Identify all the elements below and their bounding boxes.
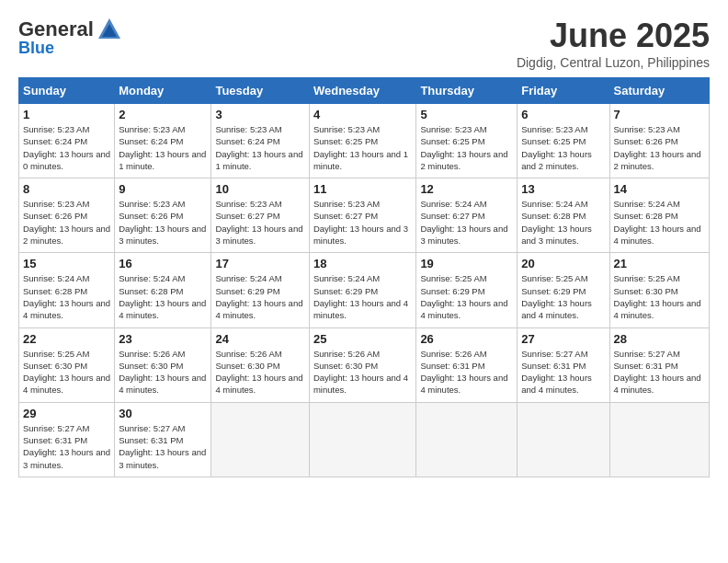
table-row: 7 Sunrise: 5:23 AM Sunset: 6:26 PM Dayli… [609, 104, 709, 178]
calendar: Sunday Monday Tuesday Wednesday Thursday… [18, 77, 710, 477]
table-row: 25 Sunrise: 5:26 AM Sunset: 6:30 PM Dayl… [309, 327, 415, 402]
cell-date: 10 [215, 182, 305, 196]
cell-date: 20 [521, 257, 605, 270]
table-row: 18 Sunrise: 5:24 AM Sunset: 6:29 PM Dayl… [309, 253, 415, 327]
cell-date: 16 [119, 257, 207, 270]
cell-info: Sunrise: 5:23 AM Sunset: 6:25 PM Dayligh… [521, 124, 592, 171]
cell-info: Sunrise: 5:23 AM Sunset: 6:27 PM Dayligh… [215, 199, 302, 246]
cell-date: 27 [521, 332, 605, 346]
cell-info: Sunrise: 5:26 AM Sunset: 6:30 PM Dayligh… [215, 349, 302, 396]
table-row: 8 Sunrise: 5:23 AM Sunset: 6:26 PM Dayli… [19, 178, 115, 253]
table-row: 24 Sunrise: 5:26 AM Sunset: 6:30 PM Dayl… [211, 327, 310, 402]
table-row [416, 402, 518, 477]
cell-info: Sunrise: 5:26 AM Sunset: 6:30 PM Dayligh… [119, 349, 206, 396]
cell-date: 28 [614, 332, 705, 346]
cell-info: Sunrise: 5:24 AM Sunset: 6:28 PM Dayligh… [614, 199, 701, 246]
table-row: 28 Sunrise: 5:27 AM Sunset: 6:31 PM Dayl… [609, 327, 709, 402]
table-row: 9 Sunrise: 5:23 AM Sunset: 6:26 PM Dayli… [115, 178, 211, 253]
table-row: 1 Sunrise: 5:23 AM Sunset: 6:24 PM Dayli… [19, 104, 115, 178]
cell-info: Sunrise: 5:26 AM Sunset: 6:31 PM Dayligh… [420, 349, 507, 396]
cell-info: Sunrise: 5:23 AM Sunset: 6:27 PM Dayligh… [313, 199, 408, 246]
cell-date: 24 [215, 332, 305, 346]
cell-info: Sunrise: 5:26 AM Sunset: 6:30 PM Dayligh… [313, 349, 408, 396]
table-row: 6 Sunrise: 5:23 AM Sunset: 6:25 PM Dayli… [518, 104, 609, 178]
cell-date: 2 [119, 108, 207, 121]
cell-date: 4 [313, 108, 412, 121]
table-row: 20 Sunrise: 5:25 AM Sunset: 6:29 PM Dayl… [518, 253, 609, 327]
calendar-body: 1 Sunrise: 5:23 AM Sunset: 6:24 PM Dayli… [19, 104, 710, 477]
logo-area: General Blue [18, 17, 122, 58]
table-row: 17 Sunrise: 5:24 AM Sunset: 6:29 PM Dayl… [211, 253, 310, 327]
calendar-week-row: 22 Sunrise: 5:25 AM Sunset: 6:30 PM Dayl… [19, 327, 710, 402]
table-row: 4 Sunrise: 5:23 AM Sunset: 6:25 PM Dayli… [309, 104, 415, 178]
cell-info: Sunrise: 5:24 AM Sunset: 6:29 PM Dayligh… [313, 273, 408, 320]
cell-info: Sunrise: 5:23 AM Sunset: 6:24 PM Dayligh… [119, 124, 206, 171]
cell-date: 6 [521, 108, 605, 121]
table-row: 5 Sunrise: 5:23 AM Sunset: 6:25 PM Dayli… [416, 104, 518, 178]
cell-info: Sunrise: 5:24 AM Sunset: 6:28 PM Dayligh… [23, 273, 110, 320]
col-friday: Friday [518, 78, 609, 104]
month-title: June 2025 [517, 17, 710, 55]
table-row: 13 Sunrise: 5:24 AM Sunset: 6:28 PM Dayl… [518, 178, 609, 253]
cell-info: Sunrise: 5:25 AM Sunset: 6:29 PM Dayligh… [420, 273, 507, 320]
cell-info: Sunrise: 5:23 AM Sunset: 6:26 PM Dayligh… [614, 124, 701, 171]
page: General Blue June 2025 Digdig, Central L… [0, 0, 728, 563]
cell-date: 12 [420, 182, 513, 196]
location-subtitle: Digdig, Central Luzon, Philippines [517, 55, 710, 70]
cell-info: Sunrise: 5:24 AM Sunset: 6:27 PM Dayligh… [420, 199, 507, 246]
cell-info: Sunrise: 5:23 AM Sunset: 6:26 PM Dayligh… [119, 199, 206, 246]
cell-info: Sunrise: 5:27 AM Sunset: 6:31 PM Dayligh… [521, 349, 592, 396]
table-row: 12 Sunrise: 5:24 AM Sunset: 6:27 PM Dayl… [416, 178, 518, 253]
cell-date: 9 [119, 182, 207, 196]
table-row: 22 Sunrise: 5:25 AM Sunset: 6:30 PM Dayl… [19, 327, 115, 402]
cell-date: 25 [313, 332, 412, 346]
calendar-week-row: 8 Sunrise: 5:23 AM Sunset: 6:26 PM Dayli… [19, 178, 710, 253]
cell-date: 5 [420, 108, 513, 121]
cell-date: 29 [23, 407, 110, 420]
calendar-week-row: 15 Sunrise: 5:24 AM Sunset: 6:28 PM Dayl… [19, 253, 710, 327]
cell-date: 8 [23, 182, 110, 196]
cell-date: 23 [119, 332, 207, 346]
cell-info: Sunrise: 5:25 AM Sunset: 6:30 PM Dayligh… [23, 349, 110, 396]
table-row: 27 Sunrise: 5:27 AM Sunset: 6:31 PM Dayl… [518, 327, 609, 402]
calendar-header-row: Sunday Monday Tuesday Wednesday Thursday… [19, 78, 710, 104]
cell-info: Sunrise: 5:25 AM Sunset: 6:29 PM Dayligh… [521, 273, 592, 320]
col-wednesday: Wednesday [309, 78, 415, 104]
table-row: 2 Sunrise: 5:23 AM Sunset: 6:24 PM Dayli… [115, 104, 211, 178]
table-row [309, 402, 415, 477]
cell-date: 22 [23, 332, 110, 346]
table-row: 19 Sunrise: 5:25 AM Sunset: 6:29 PM Dayl… [416, 253, 518, 327]
table-row: 14 Sunrise: 5:24 AM Sunset: 6:28 PM Dayl… [609, 178, 709, 253]
cell-date: 17 [215, 257, 305, 270]
cell-date: 3 [215, 108, 305, 121]
cell-date: 19 [420, 257, 513, 270]
col-tuesday: Tuesday [211, 78, 310, 104]
table-row: 3 Sunrise: 5:23 AM Sunset: 6:24 PM Dayli… [211, 104, 310, 178]
title-area: June 2025 Digdig, Central Luzon, Philipp… [517, 17, 710, 70]
cell-date: 18 [313, 257, 412, 270]
cell-date: 1 [23, 108, 110, 121]
cell-info: Sunrise: 5:27 AM Sunset: 6:31 PM Dayligh… [614, 349, 701, 396]
table-row: 15 Sunrise: 5:24 AM Sunset: 6:28 PM Dayl… [19, 253, 115, 327]
cell-date: 14 [614, 182, 705, 196]
cell-info: Sunrise: 5:23 AM Sunset: 6:24 PM Dayligh… [23, 124, 110, 171]
logo-blue-text: Blue [18, 39, 54, 58]
cell-date: 11 [313, 182, 412, 196]
table-row: 23 Sunrise: 5:26 AM Sunset: 6:30 PM Dayl… [115, 327, 211, 402]
cell-info: Sunrise: 5:23 AM Sunset: 6:26 PM Dayligh… [23, 199, 110, 246]
col-monday: Monday [115, 78, 211, 104]
table-row: 11 Sunrise: 5:23 AM Sunset: 6:27 PM Dayl… [309, 178, 415, 253]
cell-info: Sunrise: 5:23 AM Sunset: 6:24 PM Dayligh… [215, 124, 302, 171]
table-row: 29 Sunrise: 5:27 AM Sunset: 6:31 PM Dayl… [19, 402, 115, 477]
cell-info: Sunrise: 5:24 AM Sunset: 6:28 PM Dayligh… [521, 199, 592, 246]
cell-date: 21 [614, 257, 705, 270]
cell-info: Sunrise: 5:24 AM Sunset: 6:29 PM Dayligh… [215, 273, 302, 320]
col-thursday: Thursday [416, 78, 518, 104]
cell-date: 15 [23, 257, 110, 270]
calendar-week-row: 29 Sunrise: 5:27 AM Sunset: 6:31 PM Dayl… [19, 402, 710, 477]
table-row: 16 Sunrise: 5:24 AM Sunset: 6:28 PM Dayl… [115, 253, 211, 327]
calendar-week-row: 1 Sunrise: 5:23 AM Sunset: 6:24 PM Dayli… [19, 104, 710, 178]
table-row: 26 Sunrise: 5:26 AM Sunset: 6:31 PM Dayl… [416, 327, 518, 402]
cell-date: 13 [521, 182, 605, 196]
table-row: 10 Sunrise: 5:23 AM Sunset: 6:27 PM Dayl… [211, 178, 310, 253]
